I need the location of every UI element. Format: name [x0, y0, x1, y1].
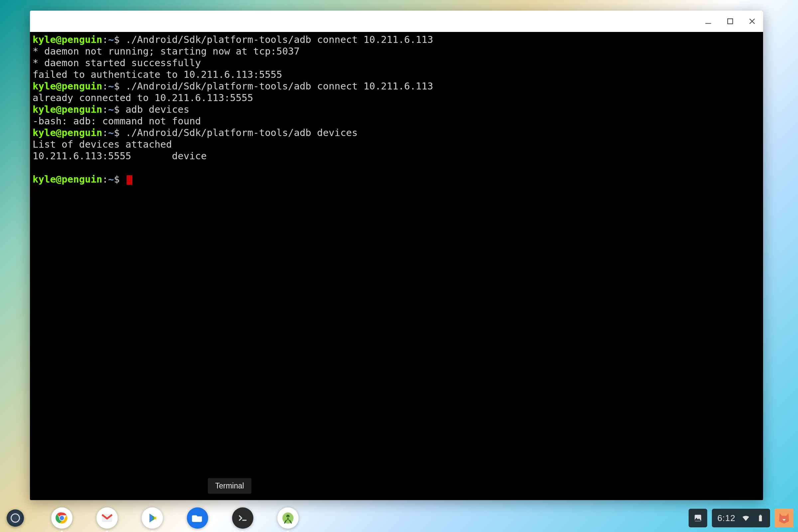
android-studio-icon: [281, 511, 294, 525]
wifi-icon: [741, 514, 750, 522]
shelf-app-chrome[interactable]: [51, 507, 73, 529]
play-store-icon: [146, 511, 159, 525]
launcher-button[interactable]: [7, 509, 24, 527]
maximize-icon: [726, 17, 735, 25]
svg-rect-1: [727, 19, 733, 24]
shelf-app-terminal[interactable]: [232, 507, 253, 529]
system-tray: 6:12: [689, 509, 798, 527]
battery-icon: [756, 514, 765, 522]
minimize-icon: [704, 17, 712, 25]
window-close-button[interactable]: [747, 16, 757, 26]
window-titlebar: [30, 11, 763, 32]
svg-rect-13: [760, 515, 761, 515]
window-maximize-button[interactable]: [725, 16, 735, 26]
status-area[interactable]: 6:12: [712, 509, 770, 527]
chrome-icon: [55, 511, 69, 525]
gmail-icon: [100, 511, 114, 525]
notification-button[interactable]: [689, 509, 707, 527]
terminal-icon: [236, 511, 249, 525]
shelf-app-play-store[interactable]: [141, 507, 163, 529]
terminal-cursor: [127, 175, 132, 185]
image-icon: [694, 514, 702, 522]
shelf-tooltip: Terminal: [208, 478, 251, 494]
terminal-window: kyle@penguin:~$ ./Android/Sdk/platform-t…: [30, 11, 763, 500]
account-avatar[interactable]: [775, 509, 793, 527]
shelf-app-files[interactable]: [187, 507, 208, 529]
files-icon: [191, 511, 204, 525]
shelf-app-gmail[interactable]: [96, 507, 118, 529]
close-icon: [748, 17, 757, 25]
clock: 6:12: [717, 513, 736, 524]
svg-rect-12: [759, 515, 762, 521]
terminal-output[interactable]: kyle@penguin:~$ ./Android/Sdk/platform-t…: [30, 32, 763, 500]
shelf: 6:12: [0, 504, 798, 532]
fox-avatar-icon: [777, 511, 791, 525]
svg-rect-10: [287, 517, 288, 520]
shelf-apps: [51, 507, 299, 529]
window-minimize-button[interactable]: [703, 16, 713, 26]
shelf-app-android-studio[interactable]: [277, 507, 299, 529]
